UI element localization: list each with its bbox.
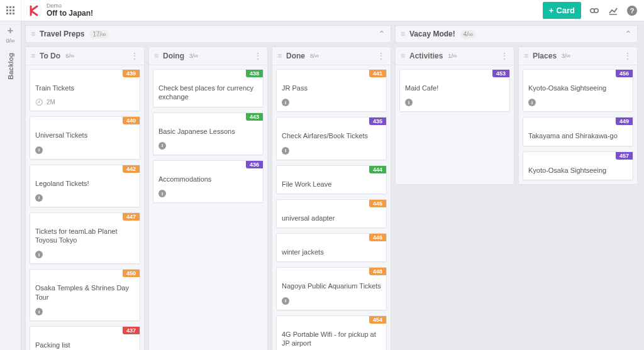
drag-handle-icon[interactable]: ≡	[524, 52, 528, 60]
column-title[interactable]: Done	[286, 52, 305, 60]
settings-button[interactable]	[586, 3, 602, 19]
column: ≡To Do6/∞⋮439Train Tickets🕘2M440Universa…	[25, 46, 145, 350]
card[interactable]: 446winter jackets	[276, 233, 387, 262]
backlog-label[interactable]: Backlog	[7, 53, 14, 80]
card[interactable]: 440Universal Ticketsi	[30, 116, 140, 159]
svg-rect-7	[9, 13, 11, 14]
card-age: 2M	[47, 99, 55, 106]
help-button[interactable]: ?	[624, 3, 640, 19]
collapse-lane-button[interactable]: ⌃	[625, 29, 632, 39]
card-title: Legoland Tickets!	[35, 179, 135, 188]
card[interactable]: 436Accommodationsi	[153, 160, 264, 203]
add-backlog-button[interactable]: +	[8, 25, 13, 36]
gear-icon	[589, 6, 599, 16]
collapse-lane-button[interactable]: ⌃	[378, 29, 386, 39]
card-title: Takayama and Shirakawa-go	[528, 131, 628, 140]
info-icon: i	[158, 142, 166, 150]
column: ≡Done8/∞⋮441JR Passi435Check Airfares/Bo…	[272, 46, 391, 350]
svg-rect-4	[9, 9, 11, 11]
swimlane-count: 17/∞	[89, 30, 109, 38]
card-title: winter jackets	[282, 248, 381, 256]
card[interactable]: 450Osaka Temples & Shrines Day Touri	[30, 269, 140, 321]
card[interactable]: 453Maid Cafe!i	[399, 69, 510, 112]
card-badge: 443	[246, 113, 263, 121]
drag-handle-icon[interactable]: ≡	[31, 30, 35, 38]
backlog-count: 0/∞	[6, 38, 15, 44]
add-card-button[interactable]: + Card	[543, 2, 581, 19]
column-title[interactable]: Activities	[409, 52, 443, 60]
card[interactable]: 437Packing list☑4/20	[30, 326, 140, 350]
card[interactable]: 448Nagoya Public Aquarium Ticketsi	[276, 267, 387, 310]
board-title[interactable]: Off to Japan!	[47, 9, 93, 18]
analytics-button[interactable]	[605, 3, 621, 19]
card[interactable]: 445universal adapter	[276, 199, 387, 228]
info-icon: i	[405, 99, 413, 106]
card-title: Accommodations	[158, 175, 258, 183]
card[interactable]: 449Takayama and Shirakawa-go	[523, 117, 633, 146]
info-icon: i	[35, 194, 43, 202]
card[interactable]: 443Basic Japanese Lessonsi	[153, 112, 264, 155]
info-icon: i	[35, 308, 43, 315]
svg-rect-6	[6, 13, 8, 14]
card-title: Maid Cafe!	[405, 84, 504, 92]
card-badge: 449	[616, 118, 633, 125]
info-icon: i	[282, 147, 289, 155]
chart-icon	[608, 6, 618, 16]
drag-handle-icon[interactable]: ≡	[401, 52, 404, 60]
column-menu-button[interactable]: ⋮	[253, 51, 262, 61]
card[interactable]: 438Check best places for currency exchan…	[153, 69, 264, 107]
column: ≡Doing3/∞⋮438Check best places for curre…	[148, 46, 268, 350]
card-title: Check best places for currency exchange	[158, 84, 258, 102]
card-title: Universal Tickets	[35, 131, 135, 139]
column-menu-button[interactable]: ⋮	[623, 51, 632, 61]
column-title[interactable]: Places	[533, 52, 557, 60]
card-title: Train Tickets	[35, 84, 135, 92]
card[interactable]: 442Legoland Tickets!i	[30, 165, 140, 207]
logo[interactable]	[25, 1, 43, 20]
card[interactable]: 447Tickets for teamLab Planet Toyosu Tok…	[30, 212, 140, 265]
card-badge: 444	[369, 166, 386, 173]
column: ≡Activities1/∞⋮453Maid Cafe!i	[395, 46, 514, 185]
info-icon: i	[528, 99, 536, 106]
column-menu-button[interactable]: ⋮	[377, 51, 386, 61]
drag-handle-icon[interactable]: ≡	[401, 30, 404, 38]
column-title[interactable]: To Do	[40, 52, 60, 60]
drag-handle-icon[interactable]: ≡	[154, 52, 158, 60]
card[interactable]: 4544G Portable Wifi - for pickup at JP a…	[276, 315, 387, 350]
apps-menu-button[interactable]	[0, 0, 21, 21]
column-count: 3/∞	[189, 53, 198, 59]
grid-icon	[6, 6, 15, 15]
card-badge: 440	[123, 117, 140, 124]
card[interactable]: 439Train Tickets🕘2M	[30, 69, 140, 111]
info-icon: i	[282, 297, 289, 305]
card[interactable]: 435Check Airfares/Book Ticketsi	[276, 117, 387, 160]
card-title: Kyoto-Osaka Sightseeing	[528, 166, 628, 175]
swimlane-title[interactable]: Vacay Mode!	[409, 30, 455, 38]
card-badge: 456	[616, 70, 633, 77]
card[interactable]: 456Kyoto-Osaka Sightseeingi	[523, 69, 633, 112]
column-menu-button[interactable]: ⋮	[130, 51, 139, 61]
swimlane-title[interactable]: Travel Preps	[40, 30, 84, 38]
logo-icon	[26, 3, 42, 19]
column: ≡Places3/∞⋮456Kyoto-Osaka Sightseeingi44…	[518, 46, 638, 185]
card[interactable]: 457Kyoto-Osaka Sightseeing	[523, 151, 633, 180]
card-badge: 454	[369, 316, 386, 324]
card-title: Packing list	[35, 341, 135, 349]
info-icon: i	[158, 190, 166, 197]
card-badge: 436	[246, 161, 263, 168]
svg-rect-5	[13, 9, 14, 11]
drag-handle-icon[interactable]: ≡	[277, 52, 281, 60]
drag-handle-icon[interactable]: ≡	[31, 52, 35, 60]
card-badge: 441	[369, 70, 386, 77]
card[interactable]: 444File Work Leave	[276, 165, 387, 194]
card-badge: 457	[616, 152, 633, 160]
svg-rect-1	[9, 6, 11, 8]
add-card-label: Card	[556, 6, 575, 15]
column-menu-button[interactable]: ⋮	[500, 51, 509, 61]
card[interactable]: 441JR Passi	[276, 69, 387, 112]
svg-text:?: ?	[630, 7, 635, 14]
card-title: 4G Portable Wifi - for pickup at JP airp…	[282, 330, 381, 348]
column-title[interactable]: Doing	[163, 52, 184, 60]
card-badge: 447	[123, 213, 140, 221]
svg-rect-0	[6, 6, 8, 8]
